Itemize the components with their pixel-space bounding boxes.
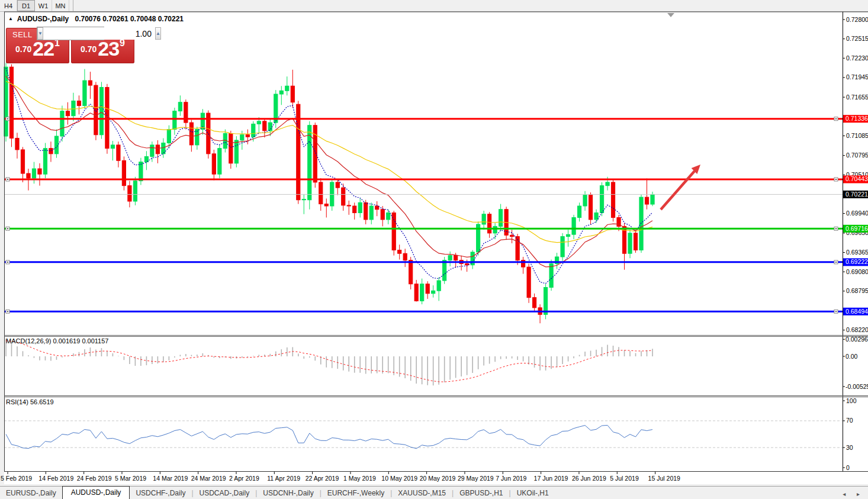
line-handle-dot (835, 118, 837, 120)
price-tick-label: 0.69080 (846, 268, 868, 275)
price-axis: 0.728000.725150.722300.719450.716550.710… (843, 16, 868, 471)
date-tick-label: 24 Feb 2019 (77, 475, 112, 482)
date-tick-label: 2 Apr 2019 (229, 475, 259, 482)
macd-tick-label: 0.002962 (846, 336, 868, 343)
buy-price: 0.70239 (72, 37, 134, 60)
date-tick-label: 24 Mar 2019 (191, 475, 226, 482)
price-tick-label: 0.72230 (846, 54, 868, 62)
price-tick-label: 0.69365 (846, 249, 868, 256)
date-tick-label: 26 Jun 2019 (572, 475, 606, 482)
line-handle-dot (835, 311, 837, 312)
date-tick-label: 14 Feb 2019 (38, 475, 73, 482)
window-frame (4, 12, 868, 472)
symbol-name: AUDUSD-,Daily (17, 15, 69, 23)
date-tick-label: 17 Jun 2019 (534, 475, 568, 482)
mt4-workspace: H4D1W1MN ▲ AUDUSD-,Daily 0.70076 0.70261… (0, 0, 868, 499)
price-tick-label: 0.71085 (846, 132, 868, 139)
date-tick-label: 15 Jul 2019 (648, 475, 680, 482)
rsi-tick-label: 70 (846, 417, 853, 424)
volume-increase-button[interactable]: ▲ (155, 27, 161, 40)
svg-text:0.70443: 0.70443 (846, 175, 868, 182)
line-handle-dot (7, 179, 8, 180)
line-handle-dot (835, 262, 837, 263)
date-axis: 5 Feb 201914 Feb 201924 Feb 20195 Mar 20… (1, 472, 680, 482)
line-handle-dot (7, 262, 8, 263)
chart-symbol-header: ▲ AUDUSD-,Daily 0.70076 0.70261 0.70048 … (8, 15, 184, 23)
svg-text:0.69716: 0.69716 (846, 225, 868, 232)
line-handle-dot (7, 311, 8, 312)
price-tick-label: 0.69940 (846, 210, 868, 217)
chart-shift-icon (667, 13, 674, 17)
svg-text:0.71336: 0.71336 (846, 115, 868, 122)
date-tick-label: 20 May 2019 (420, 475, 456, 482)
line-handle-dot (7, 228, 8, 229)
date-tick-label: 29 May 2019 (458, 475, 494, 482)
one-click-trading-panel: SELL 0.70221 BUY 0.70239 ▼ ▲ (6, 27, 134, 62)
rsi-tick-label: 0 (846, 464, 850, 471)
date-tick-label: 10 May 2019 (381, 475, 417, 482)
date-tick-label: 5 Jul 2019 (610, 475, 639, 482)
svg-text:0.70221: 0.70221 (846, 191, 868, 198)
macd-histogram (6, 339, 652, 385)
rsi-indicator-label: RSI(14) 56.6519 (6, 398, 54, 405)
svg-text:0.69222: 0.69222 (846, 258, 868, 265)
line-handle-dot (835, 179, 837, 180)
price-tick-label: 0.70795 (846, 152, 868, 159)
rsi-tick-label: 100 (846, 397, 857, 404)
date-tick-label: 22 Apr 2019 (306, 475, 339, 482)
rsi-line (6, 425, 652, 448)
chart-canvas: 0.728000.725150.722300.719450.716550.710… (0, 0, 868, 499)
date-tick-label: 7 Jun 2019 (496, 475, 526, 482)
price-tick-label: 0.71655 (846, 94, 868, 101)
volume-input[interactable] (43, 27, 155, 40)
macd-indicator-label: MACD(12,26,9) 0.001619 0.001157 (6, 337, 108, 345)
symbol-ohlc: 0.70076 0.70261 0.70048 0.70221 (75, 15, 184, 23)
price-tick-label: 0.72515 (846, 35, 868, 42)
price-tick-label: 0.72800 (846, 16, 868, 23)
date-tick-label: 5 Feb 2019 (1, 475, 32, 482)
date-tick-label: 14 Mar 2019 (153, 475, 188, 482)
price-tick-label: 0.68220 (846, 326, 868, 333)
macd-tick-label: 0.00 (846, 353, 858, 360)
collapse-panel-icon[interactable]: ▲ (8, 16, 13, 21)
line-handle-dot (7, 118, 8, 120)
date-tick-label: 1 May 2019 (343, 475, 376, 482)
price-tick-label: 0.71945 (846, 73, 868, 81)
svg-text:0.68494: 0.68494 (846, 308, 868, 315)
rsi-tick-label: 30 (846, 444, 853, 451)
sell-price: 0.70221 (7, 37, 69, 60)
volume-control: ▼ ▲ (37, 27, 104, 40)
trend-arrow[interactable] (661, 171, 695, 210)
line-handle-dot (835, 228, 837, 229)
date-tick-label: 11 Apr 2019 (267, 475, 300, 482)
date-tick-label: 5 Mar 2019 (115, 475, 146, 482)
price-tick-label: 0.68795 (846, 287, 868, 294)
macd-signal-line (6, 341, 652, 382)
macd-tick-label: -0.005255 (846, 383, 868, 390)
candlesticks (4, 63, 654, 323)
volume-decrease-button[interactable]: ▼ (37, 27, 43, 40)
